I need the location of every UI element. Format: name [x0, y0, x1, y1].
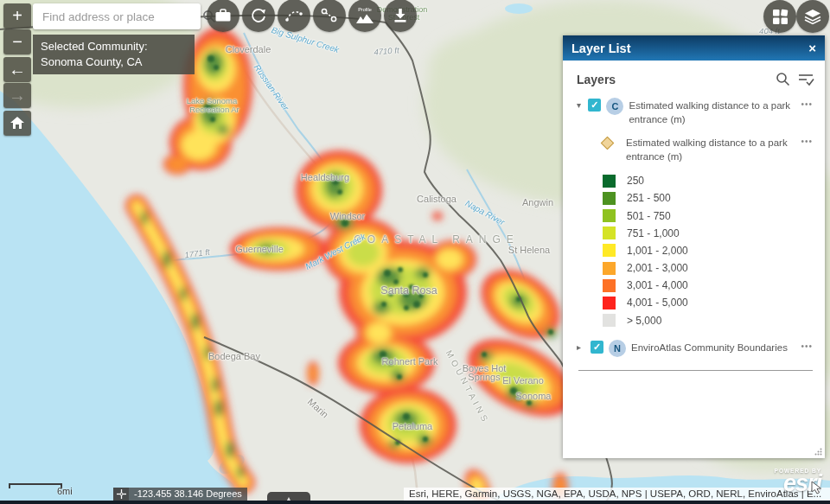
map-attribution: Esri, HERE, Garmin, USGS, NGA, EPA, USDA…	[404, 488, 830, 501]
directions-button[interactable]	[313, 0, 346, 32]
layers-heading: Layers	[577, 73, 616, 86]
forward-arrow-icon: →	[9, 86, 26, 105]
scale-bar	[9, 483, 62, 488]
next-extent-button[interactable]: →	[3, 83, 31, 108]
measurement-button[interactable]	[278, 0, 310, 32]
home-icon	[10, 117, 24, 130]
minus-icon: −	[12, 32, 22, 52]
sublayer-name: Estimated walking distance to a park ent…	[626, 135, 790, 163]
crosshair-icon[interactable]	[113, 488, 129, 501]
sublayer-row-walking-distance[interactable]: Estimated walking distance to a park ent…	[601, 135, 814, 163]
legend-swatch	[603, 279, 616, 292]
legend-swatch	[603, 175, 616, 188]
bottom-edge-bar	[0, 501, 830, 504]
legend-label: 3,001 - 4,000	[627, 279, 688, 291]
layer-list-header[interactable]: Layer List ×	[563, 35, 825, 61]
layer-menu-icon[interactable]: •••	[801, 341, 813, 351]
basemap-gallery-button[interactable]	[763, 0, 796, 33]
legend-label: 251 - 500	[627, 192, 671, 204]
legend-label: 250	[627, 175, 644, 187]
tooltip-line-1: Selected Community:	[41, 39, 187, 54]
legend-row: 3,001 - 4,000	[603, 277, 814, 294]
panel-resize-handle[interactable]	[814, 448, 822, 456]
check-icon: ✓	[591, 99, 598, 111]
legend-label: 2,001 - 3,000	[627, 262, 688, 274]
zoom-in-button[interactable]: +	[3, 3, 31, 29]
layer-list-button[interactable]	[796, 0, 829, 33]
zoom-out-button[interactable]: −	[3, 29, 31, 54]
app-window: Cloverdale Lake Sonoma Recreation Ar Hea…	[0, 0, 830, 504]
home-button[interactable]	[3, 111, 31, 136]
legend-row: 250	[603, 172, 814, 189]
layers-heading-row: Layers	[577, 72, 814, 86]
legend-row: 4,001 - 5,000	[603, 294, 814, 311]
elevation-profile-button[interactable]: Profile	[348, 0, 381, 32]
attribution-text: Esri, HERE, Garmin, USGS, NGA, EPA, USDA…	[409, 488, 821, 499]
layer-name: Estimated walking distance to a park ent…	[629, 98, 794, 126]
sublayer-menu-icon[interactable]: •••	[801, 137, 813, 146]
legend-row: > 5,000	[603, 312, 814, 329]
layer-menu-icon[interactable]: •••	[801, 99, 813, 109]
mouse-cursor-icon	[811, 481, 823, 494]
mountain-profile-icon	[355, 13, 374, 24]
toolbox-button[interactable]	[207, 0, 239, 32]
legend-swatch	[603, 226, 616, 239]
close-icon[interactable]: ×	[808, 41, 816, 55]
legend-label: > 5,000	[627, 315, 661, 327]
legend-swatch	[603, 244, 616, 257]
coordinate-widget[interactable]: -123.455 38.146 Degrees	[113, 488, 247, 501]
profile-label: Profile	[358, 7, 372, 12]
layer-row-community-boundaries[interactable]: ▸ ✓ N EnviroAtlas Community Boundaries •…	[577, 340, 814, 357]
legend-row: 1,001 - 2,000	[603, 242, 814, 259]
tooltip-line-2: Sonoma County, CA	[41, 54, 187, 70]
previous-extent-button[interactable]: ←	[3, 57, 31, 82]
legend-swatch	[603, 297, 616, 309]
legend-row: 2,001 - 3,000	[603, 259, 814, 277]
scale-label: 6mi	[57, 486, 73, 496]
route-icon	[320, 7, 339, 24]
legend-swatch	[603, 262, 616, 275]
legend-label: 501 - 750	[627, 210, 671, 222]
expand-arrow-icon[interactable]: ▸	[577, 342, 585, 352]
download-icon	[393, 8, 408, 23]
basemap-grid-icon	[772, 9, 788, 25]
layer-checkbox[interactable]: ✓	[591, 341, 603, 354]
legend: 250 251 - 500 501 - 750 751 - 1,000 1,00…	[603, 172, 814, 329]
check-icon: ✓	[593, 341, 601, 353]
search-box	[33, 3, 201, 29]
legend-swatch	[603, 314, 616, 327]
layer-list-panel: Layer List × Layers	[563, 35, 825, 458]
collapse-arrow-icon[interactable]: ▾	[577, 100, 583, 110]
panel-title: Layer List	[571, 41, 631, 55]
download-button[interactable]	[384, 0, 417, 32]
dashed-measure-icon	[284, 8, 303, 23]
layer-badge-c: C	[606, 98, 623, 115]
layer-search-icon[interactable]	[776, 72, 790, 86]
layer-filter-icon[interactable]	[798, 72, 814, 86]
layer-name: EnviroAtlas Community Boundaries	[631, 340, 788, 355]
legend-swatch	[603, 209, 616, 222]
swirl-arrow-icon	[250, 7, 267, 24]
layer-checkbox[interactable]: ✓	[588, 99, 601, 112]
legend-row: 501 - 750	[603, 207, 814, 224]
selected-community-tooltip: Selected Community: Sonoma County, CA	[33, 35, 195, 74]
layers-stack-icon	[804, 9, 821, 25]
layer-row-walking-distance[interactable]: ▾ ✓ C Estimated walking distance to a pa…	[577, 98, 814, 126]
legend-row: 251 - 500	[603, 189, 814, 207]
legend-label: 1,001 - 2,000	[627, 245, 688, 257]
toolbox-icon	[214, 8, 232, 23]
panel-divider	[578, 370, 813, 371]
legend-swatch	[603, 192, 616, 205]
diamond-symbol-icon	[601, 137, 615, 150]
layer-badge-n: N	[609, 340, 626, 357]
search-input[interactable]	[33, 10, 202, 23]
legend-label: 4,001 - 5,000	[627, 297, 688, 309]
coordinates-readout: -123.455 38.146 Degrees	[129, 488, 247, 501]
draw-button[interactable]	[242, 0, 275, 32]
legend-row: 751 - 1,000	[603, 225, 814, 242]
back-arrow-icon: ←	[9, 60, 26, 80]
plus-icon: +	[12, 6, 22, 26]
layer-list-body: Layers ▾ ✓ C Estimated wal	[563, 61, 825, 371]
legend-label: 751 - 1,000	[627, 227, 680, 239]
